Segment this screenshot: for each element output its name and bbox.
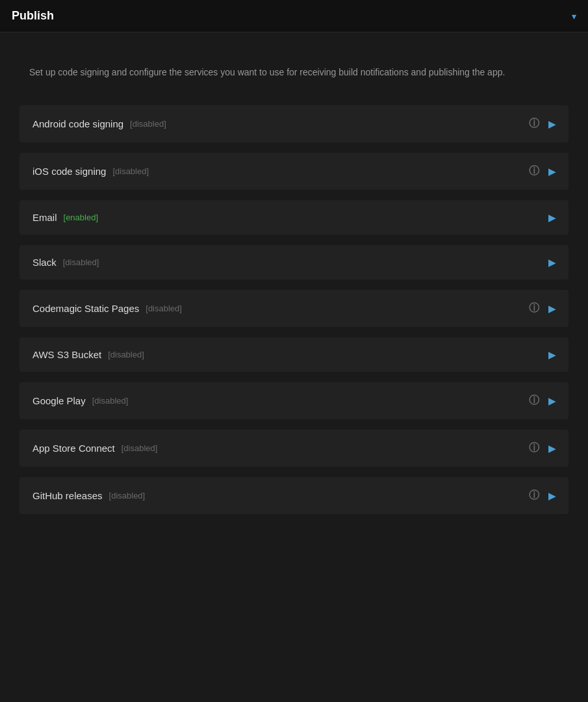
section-left: GitHub releases[disabled] — [32, 490, 145, 501]
section-item-codemagic-static-pages[interactable]: Codemagic Static Pages[disabled]ⓘ▶ — [19, 290, 569, 327]
section-left: Slack[disabled] — [32, 257, 99, 268]
chevron-right-icon-google-play[interactable]: ▶ — [548, 396, 556, 406]
section-name-android-code-signing: Android code signing — [32, 118, 123, 129]
info-icon-android-code-signing[interactable]: ⓘ — [529, 117, 539, 131]
info-icon-google-play[interactable]: ⓘ — [529, 394, 539, 408]
section-status-slack: [disabled] — [63, 257, 99, 267]
section-right: ▶ — [548, 350, 556, 360]
section-left: iOS code signing[disabled] — [32, 166, 149, 177]
section-item-aws-s3-bucket[interactable]: AWS S3 Bucket[disabled]▶ — [19, 337, 569, 372]
section-right: ⓘ▶ — [529, 302, 556, 315]
chevron-right-icon-aws-s3-bucket[interactable]: ▶ — [548, 350, 556, 360]
section-left: Email[enabled] — [32, 212, 98, 223]
section-status-android-code-signing: [disabled] — [130, 119, 166, 129]
section-status-aws-s3-bucket: [disabled] — [108, 350, 144, 359]
section-left: Codemagic Static Pages[disabled] — [32, 303, 182, 314]
section-right: ⓘ▶ — [529, 117, 556, 131]
section-item-ios-code-signing[interactable]: iOS code signing[disabled]ⓘ▶ — [19, 153, 569, 190]
chevron-right-icon-ios-code-signing[interactable]: ▶ — [548, 166, 556, 177]
section-name-aws-s3-bucket: AWS S3 Bucket — [32, 349, 101, 360]
section-item-google-play[interactable]: Google Play[disabled]ⓘ▶ — [19, 382, 569, 419]
chevron-right-icon-email[interactable]: ▶ — [548, 213, 556, 223]
chevron-right-icon-github-releases[interactable]: ▶ — [548, 491, 556, 501]
section-right: ▶ — [548, 257, 556, 268]
section-name-google-play: Google Play — [32, 395, 86, 406]
page-title: Publish — [12, 9, 54, 23]
section-status-codemagic-static-pages: [disabled] — [146, 304, 182, 313]
chevron-right-icon-android-code-signing[interactable]: ▶ — [548, 119, 556, 129]
section-item-app-store-connect[interactable]: App Store Connect[disabled]ⓘ▶ — [19, 430, 569, 467]
info-icon-ios-code-signing[interactable]: ⓘ — [529, 164, 539, 178]
section-right: ⓘ▶ — [529, 164, 556, 178]
chevron-down-icon: ▾ — [572, 11, 576, 21]
section-item-github-releases[interactable]: GitHub releases[disabled]ⓘ▶ — [19, 477, 569, 514]
section-status-google-play: [disabled] — [92, 396, 129, 406]
section-name-app-store-connect: App Store Connect — [32, 443, 115, 454]
section-name-codemagic-static-pages: Codemagic Static Pages — [32, 303, 139, 314]
section-name-slack: Slack — [32, 257, 57, 268]
section-name-ios-code-signing: iOS code signing — [32, 166, 106, 177]
section-name-github-releases: GitHub releases — [32, 490, 103, 501]
header[interactable]: Publish ▾ — [0, 0, 588, 32]
chevron-right-icon-codemagic-static-pages[interactable]: ▶ — [548, 304, 556, 314]
info-icon-codemagic-static-pages[interactable]: ⓘ — [529, 302, 539, 315]
sections-container: Android code signing[disabled]ⓘ▶iOS code… — [0, 105, 588, 514]
section-item-android-code-signing[interactable]: Android code signing[disabled]ⓘ▶ — [19, 105, 569, 142]
section-left: AWS S3 Bucket[disabled] — [32, 349, 144, 360]
section-right: ▶ — [548, 213, 556, 223]
section-left: Google Play[disabled] — [32, 395, 128, 406]
section-status-ios-code-signing: [disabled] — [112, 166, 149, 176]
section-item-slack[interactable]: Slack[disabled]▶ — [19, 245, 569, 280]
description: Set up code signing and configure the se… — [0, 32, 588, 105]
section-left: App Store Connect[disabled] — [32, 443, 157, 454]
section-status-app-store-connect: [disabled] — [121, 443, 158, 453]
section-right: ⓘ▶ — [529, 489, 556, 502]
info-icon-github-releases[interactable]: ⓘ — [529, 489, 539, 502]
info-icon-app-store-connect[interactable]: ⓘ — [529, 441, 539, 455]
section-status-email: [enabled] — [64, 213, 99, 222]
section-item-email[interactable]: Email[enabled]▶ — [19, 200, 569, 235]
section-left: Android code signing[disabled] — [32, 118, 166, 129]
chevron-right-icon-app-store-connect[interactable]: ▶ — [548, 443, 556, 454]
section-name-email: Email — [32, 212, 57, 223]
section-right: ⓘ▶ — [529, 394, 556, 408]
section-status-github-releases: [disabled] — [109, 491, 146, 500]
section-right: ⓘ▶ — [529, 441, 556, 455]
chevron-right-icon-slack[interactable]: ▶ — [548, 257, 556, 268]
